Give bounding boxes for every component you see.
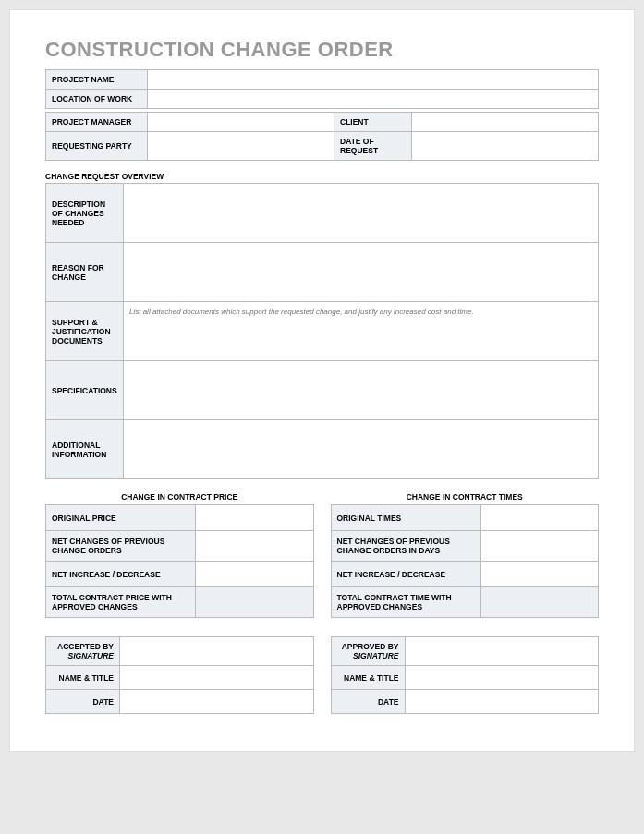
project-manager-label: PROJECT MANAGER: [46, 113, 148, 132]
accepted-date-value[interactable]: [120, 690, 314, 714]
additional-value[interactable]: [124, 420, 599, 479]
original-times-label: ORIGINAL TIMES: [331, 505, 480, 531]
overview-heading: CHANGE REQUEST OVERVIEW: [45, 172, 599, 181]
price-total-value[interactable]: [196, 587, 313, 618]
times-net-changes-value[interactable]: [480, 531, 598, 562]
times-net-incdec-value[interactable]: [480, 562, 598, 587]
project-info-table-2: PROJECT MANAGER CLIENT REQUESTING PARTY …: [45, 112, 599, 161]
support-label: SUPPORT & JUSTIFICATION DOCUMENTS: [46, 302, 124, 361]
accepted-name-title-value[interactable]: [120, 666, 314, 690]
times-heading: CHANGE IN CONTRACT TIMES: [331, 492, 600, 502]
price-net-changes-value[interactable]: [196, 531, 313, 562]
location-of-work-value[interactable]: [148, 90, 599, 109]
times-net-incdec-label: NET INCREASE / DECREASE: [331, 562, 480, 587]
support-hint: List all attached documents which suppor…: [129, 308, 474, 316]
price-table: ORIGINAL PRICE NET CHANGES OF PREVIOUS C…: [45, 504, 314, 618]
original-times-value[interactable]: [480, 505, 598, 531]
times-column: CHANGE IN CONTRACT TIMES ORIGINAL TIMES …: [331, 492, 600, 714]
description-label: DESCRIPTION OF CHANGES NEEDED: [46, 184, 124, 243]
approved-table: APPROVED BY SIGNATURE NAME & TITLE DATE: [331, 636, 600, 714]
price-net-incdec-value[interactable]: [196, 562, 313, 587]
times-total-label: TOTAL CONTRACT TIME WITH APPROVED CHANGE…: [331, 587, 480, 618]
location-of-work-label: LOCATION OF WORK: [46, 90, 148, 109]
accepted-by-label: ACCEPTED BY SIGNATURE: [46, 637, 120, 666]
additional-label: ADDITIONAL INFORMATION: [46, 420, 124, 479]
approved-by-sub: SIGNATURE: [337, 651, 399, 660]
price-column: CHANGE IN CONTRACT PRICE ORIGINAL PRICE …: [45, 492, 314, 714]
requesting-party-label: REQUESTING PARTY: [46, 132, 148, 161]
price-net-changes-label: NET CHANGES OF PREVIOUS CHANGE ORDERS: [46, 531, 196, 562]
reason-label: REASON FOR CHANGE: [46, 243, 124, 302]
accepted-signature-value[interactable]: [120, 637, 314, 666]
page-title: CONSTRUCTION CHANGE ORDER: [45, 38, 599, 62]
approved-date-value[interactable]: [405, 690, 599, 714]
original-price-value[interactable]: [196, 505, 313, 531]
change-order-form: CONSTRUCTION CHANGE ORDER PROJECT NAME L…: [9, 9, 635, 752]
project-name-label: PROJECT NAME: [46, 70, 148, 90]
approved-signature-value[interactable]: [405, 637, 599, 666]
specifications-label: SPECIFICATIONS: [46, 361, 124, 420]
project-manager-value[interactable]: [148, 113, 334, 132]
date-of-request-value[interactable]: [412, 132, 599, 161]
requesting-party-value[interactable]: [148, 132, 334, 161]
accepted-by-sub: SIGNATURE: [52, 651, 114, 660]
times-net-changes-label: NET CHANGES OF PREVIOUS CHANGE ORDERS IN…: [331, 531, 480, 562]
accepted-table: ACCEPTED BY SIGNATURE NAME & TITLE DATE: [45, 636, 314, 714]
approved-by-main: APPROVED BY: [342, 642, 399, 651]
client-label: CLIENT: [334, 113, 412, 132]
approved-date-label: DATE: [331, 690, 405, 714]
project-info-table-1: PROJECT NAME LOCATION OF WORK: [45, 69, 599, 109]
specifications-value[interactable]: [124, 361, 599, 420]
price-total-label: TOTAL CONTRACT PRICE WITH APPROVED CHANG…: [46, 587, 196, 618]
times-total-value[interactable]: [480, 587, 598, 618]
price-net-incdec-label: NET INCREASE / DECREASE: [46, 562, 196, 587]
approved-by-label: APPROVED BY SIGNATURE: [331, 637, 405, 666]
reason-value[interactable]: [124, 243, 599, 302]
approved-name-title-label: NAME & TITLE: [331, 666, 405, 690]
date-of-request-label: DATE OF REQUEST: [334, 132, 412, 161]
accepted-date-label: DATE: [46, 690, 120, 714]
description-value[interactable]: [124, 184, 599, 243]
accepted-name-title-label: NAME & TITLE: [46, 666, 120, 690]
approved-name-title-value[interactable]: [405, 666, 599, 690]
original-price-label: ORIGINAL PRICE: [46, 505, 196, 531]
price-heading: CHANGE IN CONTRACT PRICE: [45, 492, 314, 502]
project-name-value[interactable]: [148, 70, 599, 90]
client-value[interactable]: [412, 113, 599, 132]
accepted-by-main: ACCEPTED BY: [57, 642, 114, 651]
overview-table: DESCRIPTION OF CHANGES NEEDED REASON FOR…: [45, 183, 599, 479]
support-value[interactable]: List all attached documents which suppor…: [124, 302, 599, 361]
times-table: ORIGINAL TIMES NET CHANGES OF PREVIOUS C…: [331, 504, 600, 618]
